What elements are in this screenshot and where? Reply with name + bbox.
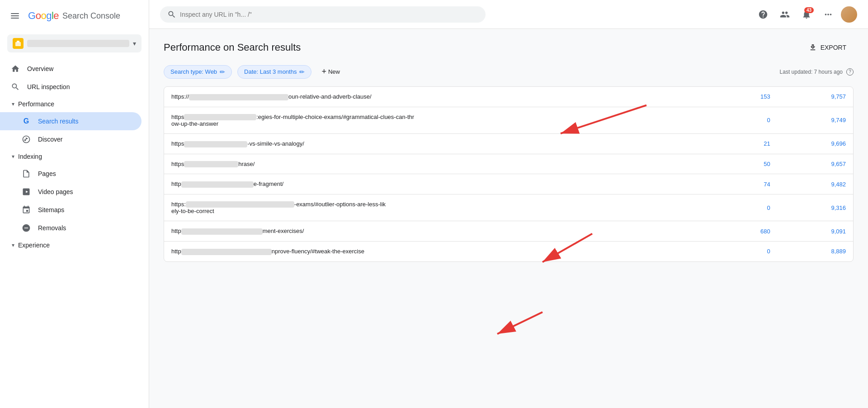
- new-filter-label: New: [328, 68, 340, 75]
- impressions-cell: 9,696: [778, 134, 853, 154]
- nav-video-pages[interactable]: Video pages: [0, 183, 142, 201]
- user-avatar[interactable]: [841, 6, 857, 23]
- search-nav-icon: [11, 82, 20, 91]
- property-selector[interactable]: ▾: [7, 34, 142, 52]
- url-suffix: :egies-for-multiple-choice-exams/#gramma…: [256, 114, 414, 120]
- last-updated-text: Last updated: 7 hours ago ?: [780, 68, 854, 76]
- url-blurred-section: [184, 141, 247, 147]
- property-dropdown-icon: ▾: [133, 40, 136, 47]
- nav-sitemaps-label: Sitemaps: [38, 206, 64, 213]
- url-cell: httpnprove-fluency/#tweak-the-exercise: [164, 241, 702, 261]
- main-content: 43 Performance on Search results: [149, 0, 868, 408]
- svg-rect-0: [11, 13, 19, 14]
- page-header: Performance on Search results EXPORT: [164, 40, 854, 55]
- nav-url-inspection[interactable]: URL inspection: [0, 78, 142, 96]
- table-row[interactable]: https-vs-simile-vs-analogy/219,696: [164, 134, 853, 154]
- impressions-cell: 9,091: [778, 221, 853, 242]
- filters-row: Search type: Web ✏ Date: Last 3 months ✏…: [164, 64, 854, 79]
- nav-removals[interactable]: Removals: [0, 219, 142, 237]
- url-blurred-section: [184, 161, 238, 167]
- url-blurred-section: [184, 114, 256, 120]
- date-range-edit-icon: ✏: [299, 68, 305, 76]
- experience-section-label: Experience: [18, 242, 50, 249]
- url-text: httpment-exercises/: [171, 228, 695, 235]
- url-cell: https-vs-simile-vs-analogy/: [164, 134, 702, 154]
- experience-chevron-icon: ▾: [12, 242, 14, 248]
- page-title: Performance on Search results: [164, 42, 301, 53]
- nav-overview[interactable]: Overview: [0, 60, 142, 78]
- clicks-cell: 680: [702, 221, 778, 242]
- clicks-cell: 0: [702, 241, 778, 261]
- url-prefix: http: [171, 228, 181, 234]
- url-cell: https:-exams/#outlier-options-are-less-l…: [164, 194, 702, 221]
- svg-line-11: [497, 312, 542, 334]
- table-row[interactable]: httpe-fragment/749,482: [164, 174, 853, 195]
- sidebar: Google Search Console ▾ Overview: [0, 0, 149, 408]
- url-prefix: https://: [171, 93, 189, 100]
- url-suffix: nprove-fluency/#tweak-the-exercise: [272, 248, 364, 255]
- google-g-icon: G: [22, 117, 31, 126]
- nav-experience-section[interactable]: ▾ Experience: [0, 237, 149, 253]
- url-search-input[interactable]: [180, 11, 478, 18]
- export-icon: [809, 43, 817, 52]
- clicks-cell: 50: [702, 154, 778, 174]
- add-icon: +: [321, 67, 326, 76]
- url-blurred-section: [181, 228, 263, 235]
- date-range-label: Date: Last 3 months: [244, 68, 297, 75]
- table-row[interactable]: https:-exams/#outlier-options-are-less-l…: [164, 194, 853, 221]
- home-icon: [11, 64, 20, 73]
- nav-search-results[interactable]: G Search results: [0, 112, 142, 130]
- topbar: 43: [149, 0, 868, 29]
- nav-discover-label: Discover: [38, 136, 62, 143]
- performance-section-label: Performance: [18, 100, 54, 108]
- svg-rect-2: [11, 18, 19, 19]
- search-type-filter[interactable]: Search type: Web ✏: [164, 65, 232, 79]
- url-suffix: -vs-simile-vs-analogy/: [247, 140, 304, 147]
- url-text: https://oun-relative-and-adverb-clause/: [171, 93, 695, 100]
- url-suffix: e-fragment/: [254, 180, 283, 187]
- add-filter-button[interactable]: + New: [317, 64, 344, 79]
- nav-performance-section[interactable]: ▾ Performance: [0, 96, 149, 112]
- accounts-button[interactable]: [776, 5, 794, 24]
- table-row[interactable]: httpment-exercises/6809,091: [164, 221, 853, 242]
- url-blurred-section: [189, 94, 288, 100]
- svg-rect-3: [15, 42, 21, 46]
- search-icon: [167, 10, 176, 19]
- nav-discover[interactable]: Discover: [0, 130, 142, 148]
- hamburger-button[interactable]: [7, 8, 23, 24]
- nav-sitemaps[interactable]: Sitemaps: [0, 201, 142, 219]
- nav-indexing-section[interactable]: ▾ Indexing: [0, 148, 149, 165]
- url-text: https:egies-for-multiple-choice-exams/#g…: [171, 114, 695, 121]
- table-row[interactable]: httpnprove-fluency/#tweak-the-exercise08…: [164, 241, 853, 261]
- notifications-button[interactable]: 43: [797, 5, 816, 24]
- nav-pages[interactable]: Pages: [0, 165, 142, 183]
- nav-video-pages-label: Video pages: [38, 188, 73, 195]
- clicks-cell: 21: [702, 134, 778, 154]
- apps-button[interactable]: [819, 5, 837, 24]
- data-table-container: https://oun-relative-and-adverb-clause/1…: [164, 86, 854, 262]
- clicks-cell: 0: [702, 107, 778, 134]
- url-prefix: http: [171, 248, 181, 255]
- impressions-cell: 9,316: [778, 194, 853, 221]
- table-row[interactable]: https://oun-relative-and-adverb-clause/1…: [164, 87, 853, 107]
- nav-overview-label: Overview: [27, 65, 53, 72]
- app-logo: Google Search Console: [28, 10, 120, 22]
- export-label: EXPORT: [821, 44, 846, 51]
- removals-icon: [22, 223, 31, 232]
- sidebar-header: Google Search Console: [0, 5, 149, 31]
- table-row[interactable]: httpshrase/509,657: [164, 154, 853, 174]
- export-button[interactable]: EXPORT: [802, 40, 854, 55]
- date-range-filter[interactable]: Date: Last 3 months ✏: [237, 65, 311, 79]
- info-icon: ?: [846, 68, 854, 76]
- notification-count: 43: [804, 7, 814, 13]
- search-type-label: Search type: Web: [170, 68, 217, 75]
- url-search-bar[interactable]: [160, 6, 486, 23]
- url-prefix: https: [171, 161, 184, 167]
- url-text: httpe-fragment/: [171, 180, 695, 188]
- url-cell: https:egies-for-multiple-choice-exams/#g…: [164, 107, 702, 134]
- url-cell: httpment-exercises/: [164, 221, 702, 242]
- table-row[interactable]: https:egies-for-multiple-choice-exams/#g…: [164, 107, 853, 134]
- url-blurred-section: [181, 181, 254, 188]
- help-button[interactable]: [754, 5, 772, 24]
- clicks-cell: 153: [702, 87, 778, 107]
